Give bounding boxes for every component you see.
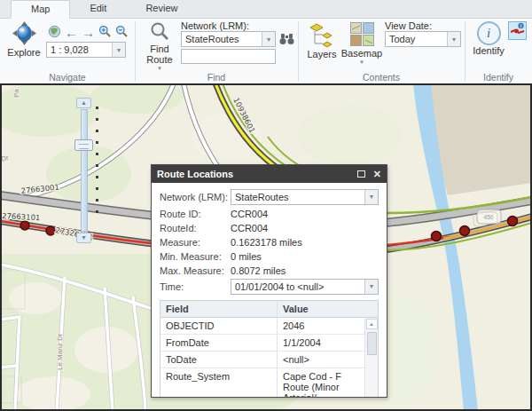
tab-map[interactable]: Map: [11, 0, 70, 19]
explore-label: Explore: [7, 47, 40, 58]
group-label-navigate: Navigate: [0, 72, 135, 83]
tab-review[interactable]: Review: [126, 0, 197, 18]
zoom-slider-track[interactable]: [81, 109, 88, 232]
popup-time-combobox[interactable]: 01/01/2004 to <null> ▾: [231, 279, 379, 295]
map-scale-combobox[interactable]: 1 : 9,028 ▾: [46, 42, 126, 58]
zoom-slider[interactable]: ▲ ▼: [74, 98, 94, 247]
zoom-slider-ticks: [96, 107, 98, 215]
view-date-label: View Date:: [385, 20, 432, 31]
popup-network-value: StateRoutes: [231, 192, 364, 202]
zoom-in-icon[interactable]: [98, 25, 112, 40]
identify-icon: i: [477, 21, 501, 45]
route-input[interactable]: [181, 49, 276, 64]
popup-titlebar[interactable]: Route Locations ✕: [152, 165, 387, 183]
tab-edit[interactable]: Edit: [70, 0, 126, 18]
layers-label: Layers: [307, 49, 336, 59]
route-info-icon: i: [510, 22, 525, 39]
basemap-label: Basemap: [341, 48, 382, 59]
forward-arrow-icon[interactable]: →: [82, 27, 95, 39]
identify-label: Identify: [473, 45, 504, 56]
column-header-field: Field: [160, 301, 278, 317]
basemap-icon: [350, 22, 374, 48]
popup-title: Route Locations: [157, 169, 357, 179]
popup-field-label: Network (LRM):: [160, 192, 231, 202]
route-locations-popup: Route Locations ✕ Network (LRM): StateRo…: [151, 164, 387, 398]
popup-field-label: Max. Measure:: [160, 265, 231, 276]
chevron-down-icon[interactable]: ▾: [262, 32, 275, 46]
back-arrow-icon[interactable]: ←: [65, 27, 78, 39]
scrollbar-thumb[interactable]: [367, 332, 377, 355]
find-route-label-line1: Find: [150, 43, 168, 54]
identify-button[interactable]: i Identify: [471, 21, 506, 56]
table-cell-value: 2046: [278, 318, 364, 334]
chevron-down-icon[interactable]: ▾: [364, 190, 378, 204]
table-row[interactable]: OBJECTID 2046: [160, 318, 364, 335]
popup-field-label: Measure:: [160, 237, 231, 248]
table-row[interactable]: Route_System Cape Cod - F Route (Minor A…: [160, 368, 364, 398]
popup-body: Network (LRM): StateRoutes ▾ Route ID: C…: [152, 183, 387, 398]
close-icon[interactable]: ✕: [373, 170, 381, 179]
layers-icon: [309, 22, 335, 49]
chevron-down-icon: ▾: [360, 59, 364, 66]
popup-field-label: Route ID:: [160, 209, 231, 219]
explore-icon: [12, 21, 36, 47]
table-cell-field: Route_System: [160, 368, 278, 398]
group-label-contents: Contents: [298, 72, 465, 83]
group-label-find: Find: [135, 72, 298, 83]
ribbon-body: Explore ← → 1 : 9,028 ▾ Navigate: [0, 19, 532, 83]
zoom-slider-handle[interactable]: [74, 139, 93, 151]
attribute-table: Field Value OBJECTID 2046 FromDate 1/1/2…: [160, 300, 379, 398]
table-row[interactable]: FromDate 1/1/2004: [160, 335, 364, 352]
view-date-combobox[interactable]: Today ▾: [385, 31, 461, 47]
column-header-value: Value: [278, 301, 378, 317]
table-cell-field: FromDate: [160, 335, 278, 351]
binoculars-icon[interactable]: [279, 33, 294, 47]
navigate-icon-row: ← →: [48, 25, 129, 40]
layers-button[interactable]: Layers: [305, 22, 339, 59]
scroll-up-icon[interactable]: ▲: [366, 319, 378, 329]
route-shield-label: 450: [484, 214, 494, 220]
identify-route-locations-tool-button[interactable]: i: [508, 21, 527, 40]
popup-field-label: RouteId:: [160, 223, 231, 233]
zoom-slider-down-button[interactable]: ▼: [76, 233, 91, 243]
table-cell-value: <null>: [278, 352, 364, 368]
popup-field-value: 0.1623178 miles: [231, 237, 302, 248]
table-scrollbar[interactable]: ▲ ▼: [364, 318, 378, 398]
popup-time-value: 01/01/2004 to <null>: [231, 281, 364, 292]
popup-field-value: CCR004: [231, 209, 268, 219]
popup-field-label: Min. Measure:: [160, 251, 231, 262]
basemap-button[interactable]: Basemap ▾: [342, 22, 381, 66]
table-cell-field: ToDate: [160, 352, 278, 368]
chevron-down-icon[interactable]: ▾: [364, 280, 378, 294]
table-cell-value: Cape Cod - F Route (Minor Arterial/ Coll…: [278, 368, 364, 398]
map-scale-value: 1 : 9,028: [47, 44, 112, 55]
chevron-down-icon: ▾: [158, 65, 161, 72]
explore-button[interactable]: Explore: [5, 21, 43, 58]
popup-field-value: CCR004: [231, 223, 268, 233]
maximize-icon[interactable]: [357, 170, 365, 178]
street-label: Le Manz Dr: [56, 333, 64, 370]
popup-field-value: 0.8072 miles: [231, 265, 286, 276]
table-cell-value: 1/1/2004: [278, 335, 364, 351]
ribbon: Map Edit Review Explore: [0, 0, 532, 83]
table-row[interactable]: ToDate <null>: [160, 352, 364, 368]
network-lrm-combobox[interactable]: StateRoutes ▾: [181, 31, 276, 47]
view-date-value: Today: [386, 34, 447, 44]
group-label-identify: Identify: [465, 72, 532, 83]
event-editor-window: Map Edit Review Explore: [0, 0, 532, 411]
table-cell-field: OBJECTID: [160, 318, 278, 334]
chevron-down-icon[interactable]: ▾: [112, 43, 125, 57]
zoom-out-icon[interactable]: [115, 25, 129, 40]
popup-field-label: Time:: [160, 281, 231, 292]
globe-icon[interactable]: [48, 25, 61, 40]
street-label: Pa: [12, 89, 20, 98]
popup-network-combobox[interactable]: StateRoutes ▾: [231, 189, 379, 205]
network-lrm-label: Network (LRM):: [181, 20, 249, 31]
popup-field-value: 0 miles: [231, 251, 262, 262]
network-lrm-value: StateRoutes: [182, 34, 262, 44]
find-route-button[interactable]: Find Route ▾: [142, 21, 177, 72]
zoom-slider-up-button[interactable]: ▲: [76, 98, 91, 108]
chevron-down-icon[interactable]: ▾: [447, 32, 460, 46]
attribute-table-rows: OBJECTID 2046 FromDate 1/1/2004 ToDate <…: [160, 318, 364, 398]
find-route-magnifier-icon: [150, 21, 170, 43]
